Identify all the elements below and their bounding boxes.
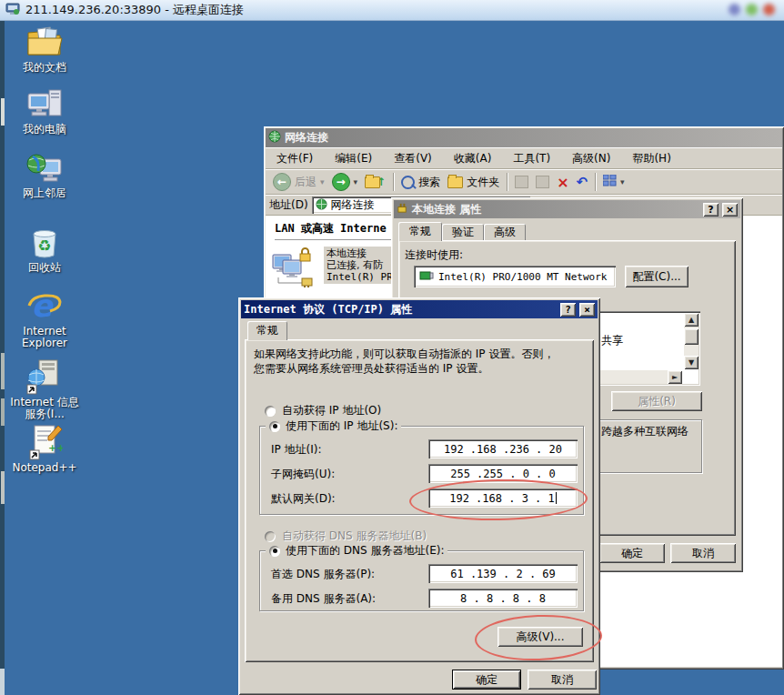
desktop-icon-iis[interactable]: Internet 信息服务(I...: [7, 358, 82, 420]
cancel-button[interactable]: 取消: [670, 543, 736, 563]
close-button[interactable]: ×: [722, 203, 738, 217]
minimize-button[interactable]: [729, 4, 740, 15]
screen-edge-artifact: [1, 98, 5, 126]
remote-desktop-icon: [5, 3, 20, 18]
radio-use-dns[interactable]: 使用下面的 DNS 服务器地址(E):: [266, 543, 447, 559]
help-button[interactable]: ?: [703, 203, 719, 217]
back-button[interactable]: ← 后退 ▾: [269, 173, 328, 191]
radio-auto-ip[interactable]: 自动获得 IP 地址(O): [265, 403, 381, 418]
vertical-scrollbar[interactable]: ▲ ▼: [684, 313, 699, 369]
search-icon: [401, 176, 415, 189]
radio-icon: [269, 546, 280, 557]
network-adapter-icon: [419, 270, 434, 284]
preferred-dns-input[interactable]: 61 .139 . 2 . 69: [428, 564, 578, 583]
desktop-icon-label: 我的电脑: [23, 124, 66, 136]
menu-help[interactable]: 帮助(H): [621, 151, 681, 166]
maximize-button[interactable]: [746, 4, 758, 15]
desktop-icon-recycle-bin[interactable]: ♻ 回收站: [7, 226, 82, 274]
delete-button[interactable]: ×: [553, 174, 572, 191]
up-button[interactable]: ↑: [361, 176, 389, 188]
menu-file[interactable]: 文件(F): [266, 151, 324, 166]
group-header-lan: LAN 或高速 Interne: [275, 221, 393, 240]
views-button[interactable]: ▾: [599, 175, 628, 189]
toolbar-separator: [507, 173, 508, 191]
menu-edit[interactable]: 编辑(E): [324, 151, 383, 166]
iis-icon: [25, 358, 64, 395]
scroll-up-button[interactable]: ▲: [684, 313, 699, 327]
lan-properties-title-bar[interactable]: 本地连接 属性 ? ×: [394, 200, 740, 218]
forward-icon: →: [332, 173, 350, 191]
desktop-icon-label: 网上邻居: [23, 187, 66, 199]
menu-advanced[interactable]: 高级(N): [561, 151, 621, 166]
screen-edge-artifact: [0, 669, 5, 695]
menu-view[interactable]: 查看(V): [383, 151, 443, 166]
up-folder-icon: [365, 176, 380, 188]
desktop-icon-notepad-plus[interactable]: ++ Notepad++: [7, 424, 82, 474]
menu-tools[interactable]: 工具(T): [502, 151, 561, 166]
ok-button[interactable]: 确定: [599, 543, 665, 563]
desktop-icon-my-documents[interactable]: 我的文档: [7, 25, 82, 74]
radio-auto-dns: 自动获得 DNS 服务器地址(B): [265, 529, 427, 544]
delete-icon: ×: [557, 174, 568, 191]
back-icon: ←: [273, 173, 291, 191]
scroll-down-button[interactable]: ▼: [684, 356, 699, 369]
ok-button[interactable]: 确定: [452, 670, 521, 690]
desktop-icon-internet-explorer[interactable]: e Internet Explorer: [7, 289, 82, 349]
adapter-field: Intel(R) PRO/1000 MT Network (: [414, 266, 616, 287]
views-dropdown-icon[interactable]: ▾: [620, 177, 625, 186]
undo-icon: ↶: [577, 174, 588, 190]
menu-favorites[interactable]: 收藏(A): [443, 151, 503, 166]
network-connections-icon: [268, 130, 281, 146]
folders-button[interactable]: 文件夹: [444, 175, 503, 190]
close-button[interactable]: ×: [579, 303, 595, 317]
forward-button[interactable]: → ▾: [328, 173, 362, 191]
back-dropdown-icon[interactable]: ▾: [320, 177, 325, 186]
radio-use-ip[interactable]: 使用下面的 IP 地址(S):: [266, 418, 401, 434]
help-icon: ?: [708, 204, 713, 216]
address-label: 地址(D): [269, 197, 308, 213]
screen-edge-artifact: [1, 398, 5, 426]
tab-advanced[interactable]: 高级: [484, 224, 526, 241]
desktop-icon-my-computer[interactable]: 我的电脑: [7, 87, 82, 136]
tcpip-title-bar[interactable]: Internet 协议 (TCP/IP) 属性 ? ×: [241, 300, 598, 318]
scrollbar-thumb[interactable]: [684, 328, 699, 345]
folders-icon: [447, 176, 463, 188]
desktop-icon-network-places[interactable]: 网上邻居: [7, 151, 82, 199]
configure-button[interactable]: 配置(C)...: [625, 266, 689, 287]
search-button[interactable]: 搜索: [397, 175, 444, 190]
svg-text:++: ++: [48, 442, 63, 454]
toolbar-separator: [393, 173, 394, 191]
radio-icon: [265, 406, 276, 417]
ip-address-input[interactable]: 192 .168 .236 . 20: [428, 439, 578, 458]
my-documents-icon: [25, 25, 64, 60]
connection-name: 本地连接: [327, 247, 393, 259]
recycle-bin-icon: ♻: [26, 226, 63, 260]
desktop-icon-label: 回收站: [28, 262, 61, 274]
properties-button[interactable]: 属性(R): [611, 391, 702, 411]
close-icon: ×: [726, 204, 734, 216]
close-button[interactable]: [763, 4, 775, 15]
intro-text-line1: 如果网络支持此功能，则可以获取自动指派的 IP 设置。否则，: [254, 347, 554, 362]
toolbar-separator: [595, 173, 596, 191]
network-connections-title-bar[interactable]: 网络连接: [266, 128, 782, 147]
tab-authentication[interactable]: 验证: [442, 224, 484, 241]
desktop-icon-label: Internet 信息服务(I...: [7, 397, 82, 420]
cancel-button[interactable]: 取消: [528, 670, 597, 690]
address-item-icon: [316, 198, 327, 213]
move-to-button[interactable]: [511, 176, 532, 188]
help-button[interactable]: ?: [560, 303, 576, 317]
scroll-up-icon: ▲: [689, 316, 694, 324]
copy-to-button[interactable]: [532, 176, 553, 188]
subnet-mask-label: 子网掩码(U):: [271, 467, 335, 482]
local-connection-text: 本地连接 已连接, 有防 Intel(R) PR: [324, 247, 396, 284]
help-icon: ?: [565, 304, 571, 316]
alternate-dns-input[interactable]: 8 . 8 . 8 . 8: [428, 589, 578, 608]
tab-general[interactable]: 常规: [398, 222, 442, 241]
local-connection-item[interactable]: 本地连接 已连接, 有防 Intel(R) PR: [271, 247, 396, 291]
connection-device: Intel(R) PR: [327, 271, 393, 283]
undo-button[interactable]: ↶: [573, 174, 592, 190]
tab-general[interactable]: 常规: [247, 321, 287, 340]
scroll-right-button[interactable]: ►: [668, 370, 682, 384]
forward-dropdown-icon[interactable]: ▾: [354, 177, 358, 186]
rdp-title-bar[interactable]: 211.149.236.20:33890 - 远程桌面连接: [0, 0, 784, 21]
